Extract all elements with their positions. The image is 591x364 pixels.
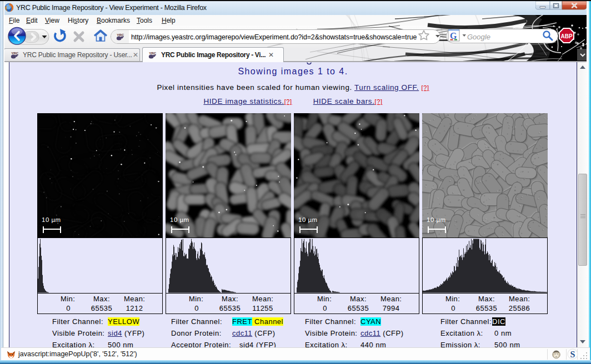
svg-text:ABP: ABP — [560, 33, 572, 39]
svg-text:S: S — [570, 350, 575, 359]
svg-text:YRC: YRC — [149, 51, 157, 55]
svg-text:G: G — [450, 31, 457, 41]
svg-text:YRC: YRC — [117, 33, 124, 37]
svg-text:YRC: YRC — [11, 51, 19, 55]
